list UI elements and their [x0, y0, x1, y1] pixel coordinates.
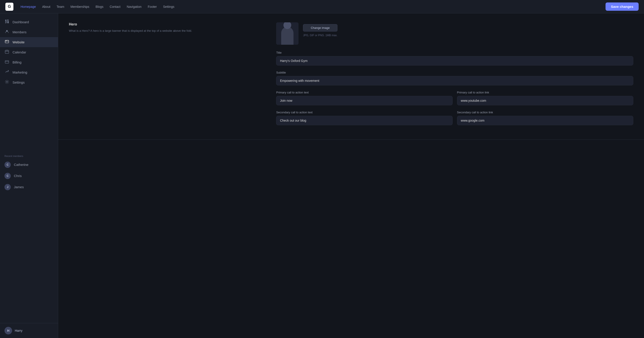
upload-info: Change image JPG, GIF or PNG. 1MB max.: [303, 22, 338, 37]
avatar-chris: C: [4, 173, 11, 179]
nav-link-team[interactable]: Team: [56, 5, 64, 8]
primary-cta-link-group: Primary call to action link: [457, 91, 633, 105]
svg-point-12: [6, 81, 8, 82]
save-button[interactable]: Save changes: [606, 2, 639, 11]
calendar-icon: [4, 50, 10, 55]
nav-links: HomepageAboutTeamMembershipsBlogsContact…: [20, 5, 606, 8]
image-hint-text: JPG, GIF or PNG. 1MB max.: [303, 34, 338, 37]
nav-link-navigation[interactable]: Navigation: [127, 5, 142, 8]
nav-link-footer[interactable]: Footer: [148, 5, 157, 8]
svg-rect-10: [5, 60, 9, 63]
website-icon: [4, 40, 10, 45]
subtitle-field-group: Subtitle: [276, 71, 633, 86]
member-name-catherine: Catherine: [14, 163, 28, 166]
primary-cta-text-group: Primary call to action text: [276, 91, 452, 105]
settings-icon: [4, 80, 10, 85]
avatar-james: J: [4, 184, 11, 190]
footer-username: Harry: [15, 329, 22, 332]
primary-cta-link-input[interactable]: [457, 96, 633, 105]
title-field-group: Title: [276, 51, 633, 66]
main-content: Hero What is a Hero? A hero is a large b…: [58, 14, 644, 338]
app-layout: DashboardMembersWebsiteCalendarBillingMa…: [0, 14, 644, 338]
svg-rect-0: [5, 20, 6, 21]
secondary-cta-link-label: Secondary call to action link: [457, 111, 633, 114]
sidebar-item-calendar[interactable]: Calendar: [0, 47, 58, 57]
logo[interactable]: G: [5, 3, 14, 11]
secondary-cta-text-input[interactable]: [276, 116, 452, 125]
sidebar-label-marketing: Marketing: [12, 70, 27, 74]
subtitle-input[interactable]: [276, 76, 633, 86]
member-name-james: James: [14, 185, 24, 189]
primary-cta-text-input[interactable]: [276, 96, 452, 105]
recent-member-catherine[interactable]: CCatherine: [0, 159, 58, 170]
sidebar-label-website: Website: [12, 40, 24, 44]
secondary-cta-link-input[interactable]: [457, 116, 633, 125]
svg-rect-4: [5, 23, 6, 23]
hero-section: Hero What is a Hero? A hero is a large b…: [58, 14, 644, 140]
secondary-cta-link-group: Secondary call to action link: [457, 111, 633, 125]
members-icon: [4, 30, 10, 35]
sidebar-label-calendar: Calendar: [12, 50, 26, 54]
nav-link-settings[interactable]: Settings: [163, 5, 174, 8]
sidebar-item-members[interactable]: Members: [0, 27, 58, 37]
svg-rect-2: [5, 22, 7, 22]
recent-members-list: CCatherineCChrisJJames: [0, 159, 58, 193]
sidebar: DashboardMembersWebsiteCalendarBillingMa…: [0, 14, 58, 338]
sidebar-item-website[interactable]: Website: [0, 37, 58, 47]
svg-rect-1: [7, 20, 9, 20]
svg-point-11: [8, 70, 9, 71]
nav-link-homepage[interactable]: Homepage: [20, 5, 36, 8]
svg-point-8: [6, 40, 7, 41]
secondary-cta-row: Secondary call to action text Secondary …: [276, 111, 633, 130]
hero-description-col: Hero What is a Hero? A hero is a large b…: [69, 22, 267, 130]
secondary-cta-text-label: Secondary call to action text: [276, 111, 452, 114]
subtitle-label: Subtitle: [276, 71, 633, 74]
nav-link-contact[interactable]: Contact: [110, 5, 120, 8]
sidebar-item-billing[interactable]: Billing: [0, 57, 58, 67]
hero-section-description: What is a Hero? A hero is a large banner…: [69, 28, 267, 33]
sidebar-footer-user[interactable]: H Harry: [0, 323, 58, 338]
recent-member-chris[interactable]: CChris: [0, 170, 58, 182]
top-navigation: G HomepageAboutTeamMembershipsBlogsConta…: [0, 0, 644, 14]
image-upload-area: Change image JPG, GIF or PNG. 1MB max.: [276, 22, 633, 45]
sidebar-label-dashboard: Dashboard: [12, 20, 29, 24]
primary-cta-text-label: Primary call to action text: [276, 91, 452, 94]
hero-fields-col: Change image JPG, GIF or PNG. 1MB max. T…: [276, 22, 633, 130]
change-image-button[interactable]: Change image: [303, 24, 338, 32]
recent-members-label: Recent members: [0, 151, 58, 159]
marketing-icon: [4, 70, 10, 75]
sidebar-nav: DashboardMembersWebsiteCalendarBillingMa…: [0, 14, 58, 151]
secondary-cta-text-group: Secondary call to action text: [276, 111, 452, 125]
dashboard-icon: [4, 20, 10, 24]
recent-member-james[interactable]: JJames: [0, 182, 58, 193]
hero-grid: Hero What is a Hero? A hero is a large b…: [69, 22, 633, 130]
sidebar-item-settings[interactable]: Settings: [0, 77, 58, 88]
primary-cta-row: Primary call to action text Primary call…: [276, 91, 633, 111]
sidebar-item-dashboard[interactable]: Dashboard: [0, 17, 58, 27]
nav-link-blogs[interactable]: Blogs: [96, 5, 103, 8]
nav-link-about[interactable]: About: [42, 5, 50, 8]
hero-section-title: Hero: [69, 22, 267, 26]
nav-link-memberships[interactable]: Memberships: [70, 5, 89, 8]
avatar-catherine: C: [4, 162, 11, 168]
sidebar-item-marketing[interactable]: Marketing: [0, 67, 58, 77]
hero-image-thumbnail: [276, 22, 298, 45]
billing-icon: [4, 60, 10, 65]
title-input[interactable]: [276, 56, 633, 66]
footer-avatar: H: [4, 327, 12, 334]
title-label: Title: [276, 51, 633, 54]
svg-rect-3: [8, 21, 9, 23]
sidebar-label-settings: Settings: [12, 80, 24, 84]
gym-figure: [276, 22, 298, 45]
svg-rect-9: [5, 50, 9, 54]
sidebar-label-billing: Billing: [12, 60, 22, 64]
sidebar-label-members: Members: [12, 30, 26, 34]
svg-point-7: [6, 40, 6, 41]
primary-cta-link-label: Primary call to action link: [457, 91, 633, 94]
member-name-chris: Chris: [14, 174, 22, 178]
